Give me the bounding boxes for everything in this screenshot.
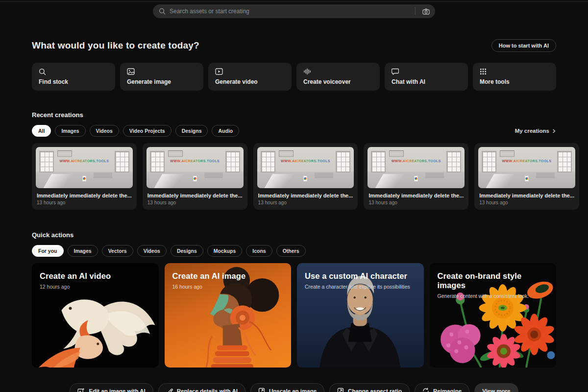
recent-creation-card[interactable]: WWW.AICREATORS.TOOLS Immediately immedia… <box>364 143 468 210</box>
change-aspect-ratio-button[interactable]: Change aspect ratio <box>329 383 410 392</box>
replace-details-with-ai-button[interactable]: Replace details with AI <box>158 383 245 392</box>
betta-fish-artwork <box>32 290 159 368</box>
creation-time: 13 hours ago <box>479 200 574 205</box>
filter-videos[interactable]: Videos <box>90 125 119 137</box>
creation-time: 13 hours ago <box>37 200 132 205</box>
quick-card-title: Create an AI video <box>40 271 151 281</box>
video-icon <box>215 68 223 75</box>
quick-card-subtitle: 16 hours ago <box>172 284 284 290</box>
hero-row: What would you like to create today? How… <box>32 39 556 52</box>
filter-images[interactable]: Images <box>68 245 98 257</box>
creation-thumbnail: WWW.AICREATORS.TOOLS <box>147 147 244 188</box>
creation-thumbnail: WWW.AICREATORS.TOOLS <box>257 147 354 188</box>
view-more-button[interactable]: View more <box>474 383 518 392</box>
thumbnail-wall-text: WWW.AICREATORS.TOOLS <box>36 159 133 163</box>
recent-filter-pills: All Images Videos Video Projects Designs… <box>32 125 239 137</box>
search-input[interactable] <box>170 8 411 15</box>
main-content: What would you like to create today? How… <box>0 39 588 392</box>
tool-label: More tools <box>480 78 549 85</box>
filter-for-you[interactable]: For you <box>32 245 64 257</box>
filter-icons[interactable]: Icons <box>246 245 272 257</box>
quick-card-subtitle: Create a character and explore its possi… <box>305 284 416 290</box>
tool-card-chat-with-ai[interactable]: Chat with AI <box>385 63 468 91</box>
waveform-icon <box>303 68 311 75</box>
footer-button-label: Change aspect ratio <box>348 388 402 392</box>
tool-card-generate-image[interactable]: Generate image <box>120 63 203 91</box>
filter-audio[interactable]: Audio <box>212 125 239 137</box>
filter-mockups[interactable]: Mockups <box>207 245 243 257</box>
quick-card-custom-ai-character[interactable]: Use a custom AI character Create a chara… <box>297 263 424 368</box>
footer-button-label: Upscale an image <box>269 388 317 392</box>
creation-title: Immediately immediately delete the... <box>147 193 243 198</box>
creation-time: 13 hours ago <box>147 200 243 205</box>
refresh-icon <box>422 388 429 392</box>
quick-card-subtitle: 12 hours ago <box>40 284 151 290</box>
image-icon <box>127 68 135 75</box>
filter-others[interactable]: Others <box>276 245 306 257</box>
search-icon <box>39 68 46 75</box>
upscale-icon <box>258 388 265 392</box>
footer-button-label: Replace details with AI <box>177 388 238 392</box>
tool-label: Generate video <box>215 78 285 85</box>
creation-title: Immediately immediately delete the... <box>258 193 353 198</box>
tool-card-create-voiceover[interactable]: Create voiceover <box>296 63 380 91</box>
tool-label: Create voiceover <box>303 78 373 85</box>
tool-card-find-stock[interactable]: Find stock <box>32 63 115 91</box>
quick-filter-pills: For you Images Vectors Videos Designs Mo… <box>32 245 306 257</box>
tool-label: Chat with AI <box>392 78 461 85</box>
quick-card-create-ai-image[interactable]: Create an AI image 16 hours ago <box>165 263 292 368</box>
filter-videos[interactable]: Videos <box>137 245 167 257</box>
chevron-right-icon <box>552 129 556 133</box>
creation-title: Immediately immediately delete the... <box>479 193 574 198</box>
quick-card-title: Create an AI image <box>172 271 284 281</box>
quick-card-on-brand-images[interactable]: Create on-brand style images Generate co… <box>430 263 557 368</box>
search-icon <box>159 8 166 15</box>
my-creations-label: My creations <box>515 128 549 134</box>
recent-creation-card[interactable]: WWW.AICREATORS.TOOLS Immediately immedia… <box>143 143 247 210</box>
search-bar[interactable] <box>153 4 435 18</box>
page-title: What would you like to create today? <box>32 40 199 51</box>
recent-creation-card[interactable]: WWW.AICREATORS.TOOLS Immediately immedia… <box>474 143 579 210</box>
edit-image-with-ai-button[interactable]: Edit an image with AI <box>70 383 153 392</box>
recent-creations-grid: WWW.AICREATORS.TOOLS Immediately immedia… <box>32 143 556 210</box>
filter-designs[interactable]: Designs <box>175 125 208 137</box>
aspect-ratio-icon <box>337 388 344 392</box>
top-bar <box>0 0 588 23</box>
tool-label: Find stock <box>39 78 108 85</box>
upscale-image-button[interactable]: Upscale an image <box>250 383 324 392</box>
thumbnail-wall-text: WWW.AICREATORS.TOOLS <box>478 159 575 163</box>
recent-creations-heading: Recent creations <box>32 111 556 119</box>
thumbnail-wall-text: WWW.AICREATORS.TOOLS <box>147 159 244 163</box>
chat-icon <box>392 68 399 75</box>
recent-creation-card[interactable]: WWW.AICREATORS.TOOLS Immediately immedia… <box>32 143 137 210</box>
recent-creation-card[interactable]: WWW.AICREATORS.TOOLS Immediately immedia… <box>253 143 358 210</box>
tool-card-generate-video[interactable]: Generate video <box>208 63 292 91</box>
my-creations-link[interactable]: My creations <box>515 128 556 134</box>
filter-designs[interactable]: Designs <box>171 245 203 257</box>
quick-card-subtitle: Generate content with a consistent look. <box>438 293 549 299</box>
camera-icon <box>422 8 430 15</box>
thumbnail-wall-text: WWW.AICREATORS.TOOLS <box>257 159 354 163</box>
reimagine-button[interactable]: Reimagine <box>415 383 469 392</box>
quick-card-create-ai-video[interactable]: Create an AI video 12 hours ago <box>32 263 159 368</box>
creation-thumbnail: WWW.AICREATORS.TOOLS <box>368 147 465 188</box>
quick-filter-row: For you Images Vectors Videos Designs Mo… <box>32 245 556 257</box>
search-divider <box>415 7 416 15</box>
filter-vectors[interactable]: Vectors <box>102 245 133 257</box>
creation-thumbnail: WWW.AICREATORS.TOOLS <box>36 147 133 188</box>
how-to-start-button[interactable]: How to start with AI <box>491 39 556 52</box>
filter-all[interactable]: All <box>32 125 51 137</box>
footer-button-label: View more <box>482 388 510 392</box>
image-search-button[interactable] <box>419 6 432 17</box>
footer-actions: Edit an image with AI Replace details wi… <box>32 383 556 392</box>
filter-video-projects[interactable]: Video Projects <box>123 125 172 137</box>
filter-images[interactable]: Images <box>55 125 85 137</box>
image-edit-icon <box>77 388 85 392</box>
tool-card-more-tools[interactable]: More tools <box>473 63 556 91</box>
tool-cards-row: Find stock Generate image Generate video <box>32 63 556 91</box>
thumbnail-wall-text: WWW.AICREATORS.TOOLS <box>368 159 465 163</box>
quick-card-title: Create on-brand style images <box>438 271 549 290</box>
pen-icon <box>166 388 173 392</box>
creation-time: 13 hours ago <box>368 200 464 205</box>
recent-filter-row: All Images Videos Video Projects Designs… <box>32 125 556 137</box>
